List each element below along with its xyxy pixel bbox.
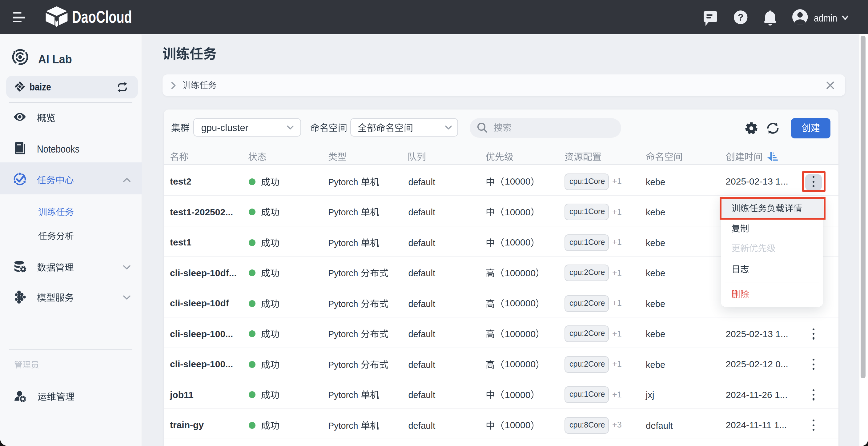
svg-text:?: ? (738, 12, 743, 23)
